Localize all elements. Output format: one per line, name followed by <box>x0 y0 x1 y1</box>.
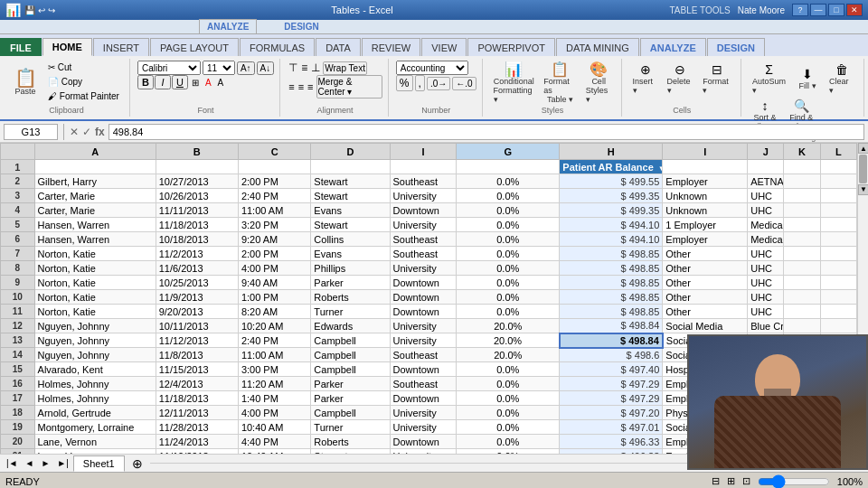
table-cell[interactable]: Gilbert, Harry <box>34 174 156 189</box>
table-cell[interactable]: Nguyen, Johnny <box>34 333 156 348</box>
table-cell[interactable]: Stewart <box>311 174 390 189</box>
table-cell[interactable]: 1:00 PM <box>238 290 310 305</box>
table-cell[interactable] <box>784 261 820 276</box>
table-cell[interactable]: Norton, Katie <box>34 247 156 261</box>
table-cell[interactable]: Hansen, Warren <box>34 232 156 247</box>
align-right-btn[interactable]: ≡ <box>307 80 314 93</box>
zoom-slider[interactable] <box>758 477 830 486</box>
table-cell[interactable]: 4:00 PM <box>238 261 310 276</box>
table-cell[interactable] <box>784 218 820 232</box>
table-cell[interactable]: 10/11/2013 <box>156 319 238 333</box>
table-cell[interactable]: Stewart <box>311 218 390 232</box>
clear-button[interactable]: 🗑 Clear ▾ <box>826 61 858 97</box>
table-cell[interactable]: 0.0% <box>457 290 560 305</box>
table-row[interactable]: 9Norton, Katie10/25/20139:40 AMParkerDow… <box>1 276 857 290</box>
table-cell[interactable]: Phillips <box>311 261 390 276</box>
table-cell[interactable]: Medicaid <box>748 218 784 232</box>
fill-color-btn[interactable]: A <box>203 77 214 89</box>
table-cell[interactable]: Hansen, Warren <box>34 218 156 232</box>
table-cell[interactable]: 10/27/2013 <box>156 174 238 189</box>
table-cell[interactable]: 11/11/2013 <box>156 203 238 218</box>
table-cell[interactable]: $ 494.10 <box>560 218 663 232</box>
table-cell[interactable]: Unknown <box>663 203 748 218</box>
table-cell[interactable]: 11/12/2013 <box>156 333 238 348</box>
table-cell[interactable] <box>784 232 820 247</box>
table-cell[interactable]: Roberts <box>311 290 390 305</box>
table-cell[interactable]: $ 498.85 <box>560 290 663 305</box>
table-cell[interactable]: Turner <box>311 420 390 435</box>
table-cell[interactable]: $ 497.40 <box>560 362 663 377</box>
table-cell[interactable]: Downtown <box>390 391 457 406</box>
table-cell[interactable]: 11:00 AM <box>238 348 310 362</box>
table-cell[interactable]: 20.0% <box>457 319 560 333</box>
table-cell[interactable]: 0.0% <box>457 406 560 420</box>
bold-button[interactable]: B <box>137 75 154 89</box>
table-cell[interactable]: $ 497.29 <box>560 391 663 406</box>
table-cell[interactable]: University <box>390 218 457 232</box>
table-cell[interactable]: University <box>390 261 457 276</box>
align-bottom-btn[interactable]: ⊥ <box>310 61 321 75</box>
col-header-c[interactable]: C <box>238 144 310 160</box>
table-cell[interactable]: Downtown <box>390 203 457 218</box>
table-cell[interactable]: AETNA <box>748 174 784 189</box>
table-cell[interactable]: 8:20 AM <box>238 305 310 319</box>
table-cell[interactable]: 0.0% <box>457 247 560 261</box>
scroll-down-btn[interactable]: ▼ <box>858 184 868 195</box>
table-cell[interactable]: $ 496.33 <box>560 435 663 449</box>
table-cell[interactable]: UHC <box>748 276 784 290</box>
table-cell[interactable]: 10/26/2013 <box>156 189 238 203</box>
table-cell[interactable]: Nguyen, Johnny <box>34 319 156 333</box>
table-cell[interactable]: Southeast <box>390 232 457 247</box>
table-cell[interactable]: Blue Cross <box>748 319 784 333</box>
paste-button[interactable]: 📋 Paste <box>9 67 42 98</box>
view-page-break-btn[interactable]: ⊡ <box>742 475 750 487</box>
table-cell[interactable]: 0.0% <box>457 276 560 290</box>
table-cell[interactable]: University <box>390 449 457 455</box>
table-cell[interactable]: 11:00 AM <box>238 203 310 218</box>
table-cell[interactable]: 2:40 PM <box>238 333 310 348</box>
table-cell[interactable]: 3 <box>1 189 35 203</box>
table-cell[interactable]: Other <box>663 261 748 276</box>
table-cell[interactable]: Downtown <box>390 435 457 449</box>
table-cell[interactable]: Parker <box>311 276 390 290</box>
table-cell[interactable]: 10/18/2013 <box>156 232 238 247</box>
view-normal-btn[interactable]: ⊟ <box>712 475 720 487</box>
table-row[interactable]: 7Norton, Katie11/2/20132:00 PMEvansSouth… <box>1 247 857 261</box>
table-cell[interactable]: 0.0% <box>457 261 560 276</box>
table-row[interactable]: 2Gilbert, Harry10/27/20132:00 PMStewartS… <box>1 174 857 189</box>
table-cell[interactable]: Other <box>663 247 748 261</box>
table-cell[interactable]: 12/11/2013 <box>156 406 238 420</box>
table-cell[interactable]: 12/4/2013 <box>156 377 238 391</box>
table-cell[interactable]: 11:20 AM <box>238 377 310 391</box>
table-cell[interactable]: Medicaid <box>748 232 784 247</box>
table-cell[interactable]: Evans <box>311 203 390 218</box>
format-cell-button[interactable]: ⊟ Format ▾ <box>699 61 735 97</box>
header-no-show[interactable]: No Show History ▼ <box>457 160 560 174</box>
number-format-select[interactable]: Accounting <box>396 61 468 75</box>
table-row[interactable]: 8Norton, Katie11/6/20134:00 PMPhillipsUn… <box>1 261 857 276</box>
font-select[interactable]: Calibri <box>137 61 201 75</box>
table-cell[interactable]: $ 497.01 <box>560 420 663 435</box>
table-row[interactable]: 12Nguyen, Johnny10/11/201310:20 AMEdward… <box>1 319 857 333</box>
sheet-nav-first[interactable]: |◄ <box>4 457 21 469</box>
table-cell[interactable] <box>820 319 856 333</box>
table-cell[interactable]: 0.0% <box>457 218 560 232</box>
table-cell[interactable]: 11/9/2013 <box>156 290 238 305</box>
table-cell[interactable]: $ 498.84 <box>560 333 663 348</box>
table-cell[interactable]: Lane, Vernon <box>34 449 156 455</box>
table-cell[interactable]: Social Media <box>663 319 748 333</box>
table-cell[interactable]: $ 497.29 <box>560 377 663 391</box>
copy-button[interactable]: 📄 Copy <box>43 75 124 89</box>
table-cell[interactable]: 11/28/2013 <box>156 420 238 435</box>
table-cell[interactable]: Campbell <box>311 333 390 348</box>
font-size-select[interactable]: 11 <box>203 61 235 75</box>
table-row[interactable]: 11Norton, Katie9/20/20138:20 AMTurnerDow… <box>1 305 857 319</box>
autosum-button[interactable]: Σ AutoSum ▾ <box>749 61 789 97</box>
table-cell[interactable]: 4:40 PM <box>238 435 310 449</box>
align-left-btn[interactable]: ≡ <box>288 80 295 93</box>
table-cell[interactable] <box>784 189 820 203</box>
font-shrink-button[interactable]: A↓ <box>257 61 275 75</box>
cell-styles-button[interactable]: 🎨 Cell Styles ▾ <box>582 61 616 106</box>
increase-decimal-btn[interactable]: .0→ <box>427 77 450 90</box>
table-cell[interactable]: 16 <box>1 377 35 391</box>
